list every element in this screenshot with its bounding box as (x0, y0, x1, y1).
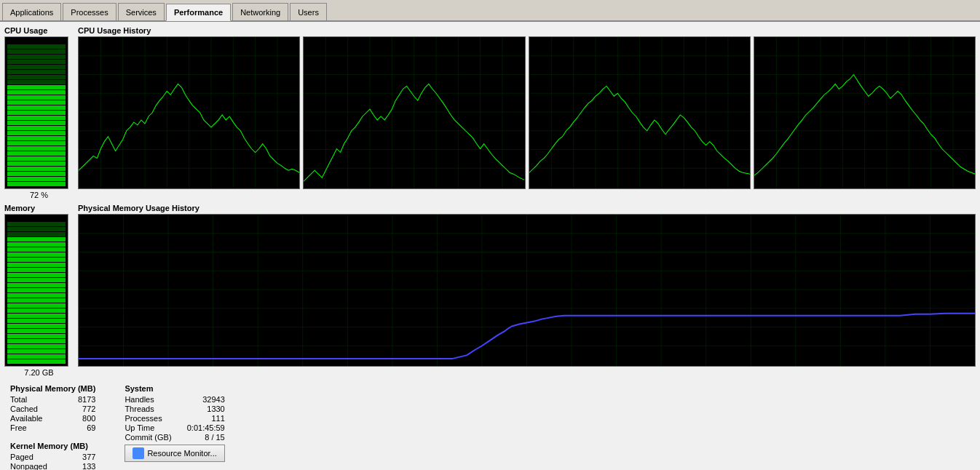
tab-applications[interactable]: Applications (2, 3, 61, 20)
mem-bar-5 (7, 334, 66, 338)
main-content: CPU Usage 72 % CPU Usage History (0, 22, 980, 470)
cpu-bar-23 (7, 65, 66, 69)
mem-bar-3 (7, 344, 66, 348)
mem-bar-7 (7, 324, 66, 328)
cpu-bar-21 (7, 75, 66, 79)
tab-services[interactable]: Services (118, 3, 165, 20)
stat-processes: Processes 111 (125, 414, 224, 423)
cpu-bar-7 (7, 146, 66, 151)
stat-nonpaged: Nonpaged 133 (10, 462, 95, 470)
mem-bar-16 (7, 278, 66, 282)
stat-available: Available 800 (10, 414, 95, 423)
memory-gauge-bars (7, 217, 66, 364)
cpu-bar-17 (7, 95, 66, 100)
resource-monitor-icon (133, 447, 144, 459)
system-heading: System (125, 384, 224, 393)
stat-handles: Handles 32943 (125, 395, 224, 404)
cpu-bar-22 (7, 70, 66, 74)
tab-users[interactable]: Users (290, 3, 327, 20)
cpu-bar-26 (7, 49, 66, 54)
cpu-bar-1 (7, 177, 66, 181)
cpu-gauge-bars (7, 39, 66, 186)
mem-bar-17 (7, 273, 66, 277)
cpu-history-panel: CPU Usage History (78, 26, 976, 199)
cpu-chart-3 (529, 36, 751, 189)
resource-monitor-button[interactable]: Resource Monitor... (125, 445, 224, 462)
cpu-bar-10 (7, 131, 66, 135)
mem-bar-24 (7, 237, 66, 242)
mem-bar-10 (7, 308, 66, 313)
memory-history-label: Physical Memory Usage History (78, 204, 976, 212)
cpu-bar-6 (7, 151, 66, 156)
tab-performance[interactable]: Performance (166, 4, 231, 21)
mem-bar-25 (7, 232, 66, 236)
memory-gauge-box (4, 214, 68, 367)
mem-bar-1 (7, 354, 66, 359)
cpu-chart-svg-4 (754, 37, 975, 188)
cpu-bar-0 (7, 182, 66, 186)
cpu-bar-3 (7, 167, 66, 171)
mem-bar-19 (7, 263, 66, 267)
cpu-usage-label: CPU Usage (4, 26, 74, 35)
cpu-chart-svg-2 (304, 37, 524, 188)
cpu-bar-2 (7, 172, 66, 176)
cpu-bar-15 (7, 105, 66, 110)
cpu-bar-5 (7, 156, 66, 161)
mem-bar-0 (7, 359, 66, 364)
stat-uptime: Up Time 0:01:45:59 (125, 423, 224, 432)
mem-bar-4 (7, 339, 66, 343)
mem-bar-27 (7, 222, 66, 226)
cpu-bar-25 (7, 55, 66, 59)
cpu-bar-12 (7, 121, 66, 125)
mem-bar-26 (7, 227, 66, 231)
tab-networking[interactable]: Networking (232, 3, 288, 20)
physical-memory-column: Physical Memory (MB) Total 8173 Cached 7… (10, 384, 95, 470)
mem-bar-9 (7, 314, 66, 318)
mem-bar-18 (7, 268, 66, 272)
memory-chart-box (78, 214, 976, 367)
cpu-chart-svg-3 (529, 37, 750, 188)
cpu-bar-9 (7, 136, 66, 140)
mem-bar-11 (7, 303, 66, 308)
cpu-bar-4 (7, 162, 66, 166)
tab-bar: Applications Processes Services Performa… (0, 0, 980, 22)
mem-bar-23 (7, 242, 66, 247)
mem-bar-2 (7, 349, 66, 354)
cpu-bar-13 (7, 116, 66, 120)
cpu-bar-11 (7, 126, 66, 130)
stat-cached: Cached 772 (10, 405, 95, 413)
mem-bar-22 (7, 247, 66, 252)
cpu-bar-14 (7, 111, 66, 115)
memory-label: Memory (4, 204, 74, 212)
cpu-gauge-box (4, 36, 68, 189)
memory-history-panel: Physical Memory Usage History (78, 204, 976, 377)
mem-bar-13 (7, 293, 66, 298)
kernel-memory-heading: Kernel Memory (MB) (10, 442, 95, 450)
stat-free: Free 69 (10, 423, 95, 432)
cpu-gauge-panel: CPU Usage 72 % (4, 26, 74, 199)
physical-memory-heading: Physical Memory (MB) (10, 384, 95, 393)
mem-bar-14 (7, 288, 66, 292)
mem-bar-6 (7, 329, 66, 333)
mem-bar-20 (7, 258, 66, 262)
stat-threads: Threads 1330 (125, 405, 224, 413)
cpu-bar-19 (7, 85, 66, 89)
cpu-gauge-value: 72 % (4, 191, 74, 199)
memory-chart-svg (79, 215, 975, 366)
system-column: System Handles 32943 Threads 1330 Proces… (125, 384, 224, 470)
stat-commit: Commit (GB) 8 / 15 (125, 433, 224, 442)
cpu-charts-row (78, 36, 976, 189)
stat-total: Total 8173 (10, 395, 95, 404)
mem-bar-15 (7, 283, 66, 287)
tab-processes[interactable]: Processes (63, 3, 116, 20)
mem-bar-21 (7, 252, 66, 257)
memory-section: Memory 7.20 GB Physical Memory Usage His… (4, 204, 976, 377)
resource-btn-row: Resource Monitor... (125, 445, 224, 462)
cpu-bar-16 (7, 100, 66, 105)
cpu-bar-18 (7, 90, 66, 95)
memory-gauge-value: 7.20 GB (4, 368, 74, 377)
cpu-bar-20 (7, 80, 66, 84)
mem-bar-8 (7, 319, 66, 323)
cpu-chart-svg-1 (79, 37, 299, 188)
memory-gauge-panel: Memory 7.20 GB (4, 204, 74, 377)
